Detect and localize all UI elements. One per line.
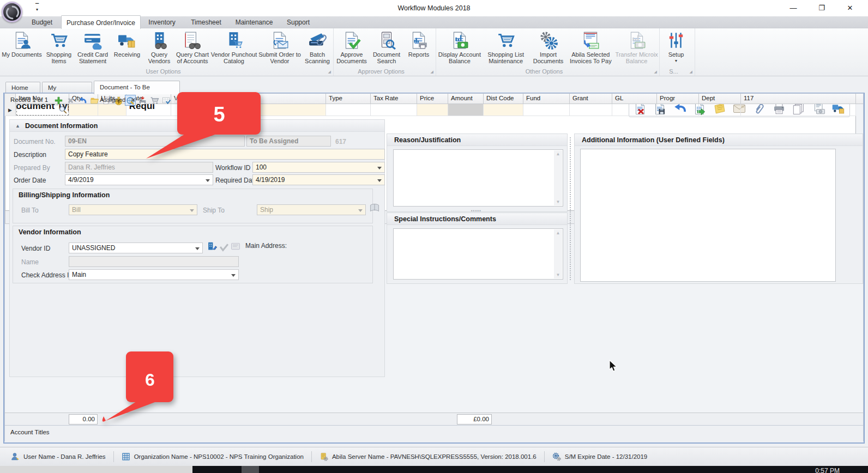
ribbon-button-credit-card-statement[interactable]: Credit Card Statement bbox=[75, 28, 110, 68]
grid-cell-dist-code[interactable] bbox=[484, 104, 523, 116]
grid-cell-type[interactable] bbox=[326, 104, 371, 116]
scroll-down-icon[interactable]: ▼ bbox=[554, 199, 562, 204]
grid-cell-gl[interactable] bbox=[612, 104, 657, 116]
grid-column-header-dist-code[interactable]: Dist Code bbox=[484, 94, 523, 104]
delete-record-icon[interactable] bbox=[65, 95, 76, 106]
grid-column-header-tax-rate[interactable]: Tax Rate bbox=[371, 94, 417, 104]
close-tab-icon[interactable]: ✕ bbox=[131, 97, 135, 103]
document-tab-home-page[interactable]: Home Page bbox=[5, 82, 40, 94]
scrollbar[interactable]: ▲▼ bbox=[554, 150, 562, 205]
grid-cell-qty[interactable] bbox=[69, 104, 98, 116]
grid-cell-117[interactable] bbox=[741, 104, 856, 116]
ribbon-button-label: Display Account Balance bbox=[437, 51, 483, 64]
grid-column-header-amount[interactable]: Amount bbox=[448, 94, 484, 104]
ribbon-tab-inventory[interactable]: Inventory bbox=[142, 16, 182, 28]
grid-column-header-grant[interactable]: Grant bbox=[570, 94, 612, 104]
collapse-chevron-icon[interactable]: ▲ bbox=[15, 120, 20, 132]
ribbon-button-label: Approve Documents bbox=[334, 51, 369, 64]
ribbon-button-label: Import Documents bbox=[529, 51, 568, 64]
app-logo[interactable] bbox=[2, 2, 22, 22]
scroll-up-icon[interactable]: ▲ bbox=[554, 151, 562, 156]
chevron-down-icon[interactable]: ▼ bbox=[660, 59, 692, 63]
group-dialog-launcher-icon[interactable]: ◢ bbox=[690, 70, 692, 74]
ribbon-button-setup[interactable]: Setup▼ bbox=[660, 28, 692, 68]
grid-column-header-progr[interactable]: Progr bbox=[657, 94, 699, 104]
grid-column-header-dept[interactable]: Dept bbox=[699, 94, 741, 104]
close-button[interactable]: ✕ bbox=[841, 2, 859, 14]
ribbon-button-shopping-list-maintenance[interactable]: Shopping List Maintenance bbox=[483, 28, 529, 68]
ribbon-button-receiving[interactable]: Receiving bbox=[110, 28, 144, 68]
scrollbar[interactable]: ▲▼ bbox=[554, 229, 562, 278]
ribbon-button-query-vendors[interactable]: Query Vendors bbox=[144, 28, 174, 68]
ship-address-book-icon[interactable] bbox=[369, 202, 381, 216]
ribbon-tab-purchase-order-invoice[interactable]: Purchase Order/Invoice bbox=[61, 15, 141, 29]
check-address-id-select[interactable]: Main bbox=[69, 269, 239, 280]
grid-column-header-117[interactable]: 117 bbox=[741, 94, 856, 104]
additional-information-box[interactable] bbox=[580, 149, 836, 282]
grid-column-header-fund[interactable]: Fund bbox=[523, 94, 570, 104]
grid-cell-fund[interactable] bbox=[523, 104, 570, 116]
account-titles-bar[interactable]: Account Titles bbox=[4, 426, 864, 441]
group-dialog-launcher-icon[interactable]: ◢ bbox=[328, 70, 331, 74]
required-date-select[interactable]: 4/19/2019 bbox=[252, 174, 385, 185]
scroll-up-icon[interactable]: ▲ bbox=[554, 231, 562, 235]
chevron-down-icon[interactable] bbox=[206, 179, 210, 182]
reason-justification-title: Reason/Justification bbox=[387, 134, 567, 146]
vendor-id-select[interactable]: UNASSIGNED bbox=[69, 242, 203, 253]
open-folder-icon[interactable] bbox=[89, 95, 100, 106]
ribbon-group-label: User Options bbox=[1, 68, 326, 75]
ribbon-button-abila-selected-invoices-to-pay[interactable]: Abila Selected Invoices To Pay bbox=[567, 28, 614, 68]
workflow-id-select[interactable]: 100 bbox=[252, 162, 385, 173]
ribbon-button-document-search[interactable]: Document Search bbox=[369, 28, 404, 68]
special-instructions-textarea[interactable]: ▲▼ bbox=[393, 228, 563, 280]
ribbon-button-vendor-punchout-catalog[interactable]: Vendor Punchout Catalog bbox=[210, 28, 257, 68]
scroll-down-icon[interactable]: ▼ bbox=[554, 272, 562, 277]
ribbon-button-display-account-balance[interactable]: Display Account Balance bbox=[437, 28, 483, 68]
grid-cell-amount[interactable] bbox=[448, 104, 484, 116]
ribbon-tab-maintenance[interactable]: Maintenance bbox=[231, 16, 277, 28]
grid-column-header-type[interactable]: Type bbox=[326, 94, 371, 104]
grid-column-header-gl[interactable]: GL bbox=[612, 94, 657, 104]
ribbon-tab-timesheet[interactable]: Timesheet bbox=[184, 16, 228, 28]
grid-cell-item-no-[interactable] bbox=[16, 104, 69, 116]
grid-cell-price[interactable] bbox=[417, 104, 448, 116]
ribbon-button-shopping-items[interactable]: Shopping Items bbox=[43, 28, 75, 68]
ribbon-button-batch-scanning[interactable]: Batch Scanning bbox=[302, 28, 333, 68]
group-dialog-launcher-icon[interactable]: ◢ bbox=[431, 70, 433, 74]
document-tab-my-documents[interactable]: My Documents bbox=[42, 82, 92, 94]
grid-cell-grant[interactable] bbox=[570, 104, 612, 116]
ribbon-button-reports[interactable]: Reports bbox=[404, 28, 433, 68]
grid-cell-dept[interactable] bbox=[699, 104, 741, 116]
chevron-down-icon[interactable] bbox=[377, 179, 382, 182]
order-date-select[interactable]: 4/9/2019 bbox=[65, 174, 213, 185]
ribbon-button-label: Submit Order to Vendor bbox=[257, 51, 302, 64]
add-record-icon[interactable] bbox=[53, 95, 64, 106]
ribbon-button-query-chart-of-accounts[interactable]: Query Chart of Accounts bbox=[174, 28, 210, 68]
chart-money-gray-icon bbox=[614, 31, 659, 50]
vendor-lookup-icon[interactable] bbox=[206, 241, 218, 255]
doc-check-icon bbox=[334, 31, 369, 50]
grid-column-header-price[interactable]: Price bbox=[417, 94, 448, 104]
ribbon-button-import-documents[interactable]: Import Documents bbox=[529, 28, 568, 68]
vendor-name-field bbox=[69, 256, 239, 267]
grid-cell-progr[interactable] bbox=[657, 104, 699, 116]
minimize-button[interactable]: — bbox=[784, 2, 803, 14]
ribbon-button-submit-order-to-vendor[interactable]: Submit Order to Vendor bbox=[257, 28, 302, 68]
grid-cell-tax-rate[interactable] bbox=[371, 104, 417, 116]
ribbon-button-approve-documents[interactable]: Approve Documents bbox=[334, 28, 369, 68]
ribbon-button-my-documents[interactable]: My Documents bbox=[1, 28, 43, 68]
vendor-verify-check-icon[interactable] bbox=[218, 241, 230, 255]
undo-record-icon[interactable] bbox=[77, 95, 88, 106]
chevron-down-icon[interactable] bbox=[231, 274, 236, 277]
restore-button[interactable]: ❐ bbox=[812, 2, 831, 14]
ribbon-tab-support[interactable]: Support bbox=[279, 16, 317, 28]
taskbar-clock: 0:57 PM bbox=[815, 467, 840, 473]
group-dialog-launcher-icon[interactable]: ◢ bbox=[654, 70, 657, 74]
chevron-down-icon[interactable] bbox=[195, 247, 200, 250]
chevron-down-icon[interactable] bbox=[377, 167, 382, 169]
ribbon-tab-budget[interactable]: Budget bbox=[24, 16, 60, 28]
ribbon-button-label: Receiving bbox=[110, 51, 144, 58]
reason-justification-textarea[interactable]: ▲▼ bbox=[393, 149, 563, 207]
lookup-magnifier-icon[interactable] bbox=[58, 105, 68, 117]
vertical-splitter[interactable] bbox=[570, 137, 572, 280]
